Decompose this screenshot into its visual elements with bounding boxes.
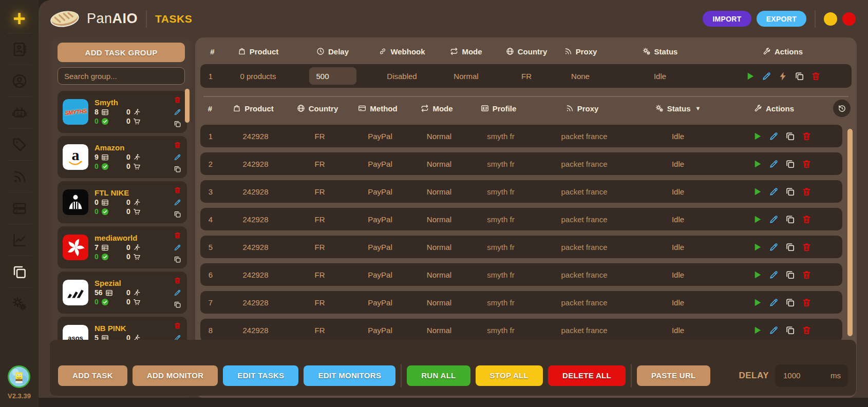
export-button[interactable]: EXPORT (757, 11, 806, 27)
run-all-button[interactable]: RUN ALL (407, 365, 470, 386)
user-avatar[interactable] (8, 365, 30, 388)
pencil-icon[interactable] (762, 71, 771, 81)
task-table-column-header[interactable]: Actions (722, 104, 831, 113)
import-button[interactable]: IMPORT (703, 11, 751, 27)
task-row[interactable]: 3 242928 FR PayPal Normal smyth fr packe… (200, 180, 842, 203)
sidebar-item[interactable] (7, 65, 32, 96)
task-row[interactable]: 8 242928 FR PayPal Normal smyth fr packe… (200, 319, 842, 341)
play-icon[interactable] (752, 242, 762, 252)
group-summary-row[interactable]: 1 0 products Disabled Normal FR None Idl… (200, 64, 852, 88)
group-search-input[interactable] (58, 67, 185, 85)
trash-icon[interactable] (174, 141, 181, 149)
sidebar-item[interactable] (7, 192, 32, 224)
trash-icon[interactable] (802, 187, 812, 197)
pencil-icon[interactable] (769, 187, 779, 197)
bolt-icon[interactable] (778, 71, 788, 81)
play-icon[interactable] (752, 131, 762, 141)
group-delay-input[interactable] (309, 67, 356, 85)
task-table-column-header[interactable]: Mode (411, 104, 467, 113)
task-table-column-header[interactable]: Profile (467, 104, 534, 113)
pencil-icon[interactable] (769, 242, 779, 252)
copy-icon[interactable] (174, 210, 181, 218)
play-icon[interactable] (752, 215, 762, 224)
task-table-column-header[interactable]: Proxy (534, 104, 634, 113)
task-group-card[interactable]: a Amazon 9 0 (58, 136, 187, 178)
copy-icon[interactable] (785, 159, 795, 169)
copy-icon[interactable] (174, 120, 181, 128)
sidebar-item[interactable] (7, 160, 32, 192)
task-table-column-header[interactable]: # (200, 104, 221, 113)
pencil-icon[interactable] (174, 199, 181, 206)
trash-icon[interactable] (174, 231, 181, 239)
add-task-group-button[interactable]: ADD TASK GROUP (58, 43, 185, 62)
task-group-card[interactable]: FTL NIKE 0 0 (58, 181, 187, 223)
trash-icon[interactable] (802, 325, 812, 335)
copy-icon[interactable] (785, 325, 795, 335)
copy-icon[interactable] (785, 215, 795, 224)
play-icon[interactable] (752, 270, 762, 280)
task-group-card[interactable]: SMYTHS Smyth 8 0 (58, 91, 187, 133)
pencil-icon[interactable] (174, 108, 181, 116)
task-row[interactable]: 1 242928 FR PayPal Normal smyth fr packe… (200, 125, 842, 147)
trash-icon[interactable] (802, 131, 812, 141)
task-table-column-header[interactable]: Method (349, 104, 411, 113)
task-table-column-header[interactable]: Product (221, 104, 290, 113)
pencil-icon[interactable] (769, 270, 779, 280)
task-group-card[interactable]: mediaworld 7 0 (58, 226, 187, 268)
trash-icon[interactable] (174, 96, 181, 104)
copy-icon[interactable] (785, 298, 795, 307)
task-group-card[interactable]: Spezial 56 0 (58, 272, 187, 314)
copy-icon[interactable] (174, 165, 181, 173)
pencil-icon[interactable] (769, 131, 779, 141)
sidebar-item[interactable] (7, 33, 32, 65)
group-list-scrollbar[interactable] (185, 89, 190, 123)
task-row[interactable]: 5 242928 FR PayPal Normal smyth fr packe… (200, 236, 842, 258)
trash-icon[interactable] (174, 186, 181, 194)
pencil-icon[interactable] (769, 298, 779, 307)
pencil-icon[interactable] (769, 215, 779, 224)
sidebar-item[interactable] (7, 287, 32, 319)
trash-icon[interactable] (802, 215, 812, 224)
task-table-scrollbar[interactable] (847, 129, 853, 336)
task-row[interactable]: 2 242928 FR PayPal Normal smyth fr packe… (200, 152, 842, 175)
sidebar-item[interactable] (7, 96, 32, 128)
history-button[interactable] (833, 100, 851, 117)
play-icon[interactable] (752, 159, 762, 169)
trash-icon[interactable] (174, 322, 181, 330)
paste-url-button[interactable]: PASTE URL (637, 365, 710, 386)
copy-icon[interactable] (795, 71, 804, 81)
play-icon[interactable] (752, 325, 762, 335)
task-table-column-header[interactable]: Country (290, 104, 349, 113)
trash-icon[interactable] (811, 71, 821, 81)
trash-icon[interactable] (802, 242, 812, 252)
add-monitor-button[interactable]: ADD MONITOR (133, 365, 218, 386)
task-row[interactable]: 4 242928 FR PayPal Normal smyth fr packe… (200, 208, 842, 230)
pencil-icon[interactable] (174, 153, 181, 161)
copy-icon[interactable] (785, 131, 795, 141)
delay-input[interactable] (782, 371, 831, 380)
stop-all-button[interactable]: STOP ALL (476, 365, 543, 386)
play-icon[interactable] (752, 298, 762, 307)
trash-icon[interactable] (174, 277, 181, 284)
delete-all-button[interactable]: DELETE ALL (548, 365, 626, 386)
window-dot-yellow[interactable] (824, 12, 837, 26)
pencil-icon[interactable] (174, 289, 181, 297)
task-table-column-header[interactable]: Status ▼ (634, 104, 722, 113)
edit-monitors-button[interactable]: EDIT MONITORS (304, 365, 395, 386)
copy-icon[interactable] (785, 270, 795, 280)
trash-icon[interactable] (802, 270, 812, 280)
trash-icon[interactable] (802, 298, 812, 307)
pencil-icon[interactable] (174, 244, 181, 251)
window-dot-red[interactable] (842, 12, 856, 26)
play-icon[interactable] (752, 187, 762, 197)
task-row[interactable]: 6 242928 FR PayPal Normal smyth fr packe… (200, 263, 842, 286)
copy-icon[interactable] (785, 187, 795, 197)
pencil-icon[interactable] (769, 159, 779, 169)
sidebar-item[interactable] (7, 256, 32, 287)
copy-icon[interactable] (785, 242, 795, 252)
edit-tasks-button[interactable]: EDIT TASKS (223, 365, 298, 386)
pencil-icon[interactable] (769, 325, 779, 335)
sidebar-item[interactable] (7, 224, 32, 256)
sidebar-item[interactable] (7, 128, 32, 160)
play-icon[interactable] (745, 71, 755, 81)
